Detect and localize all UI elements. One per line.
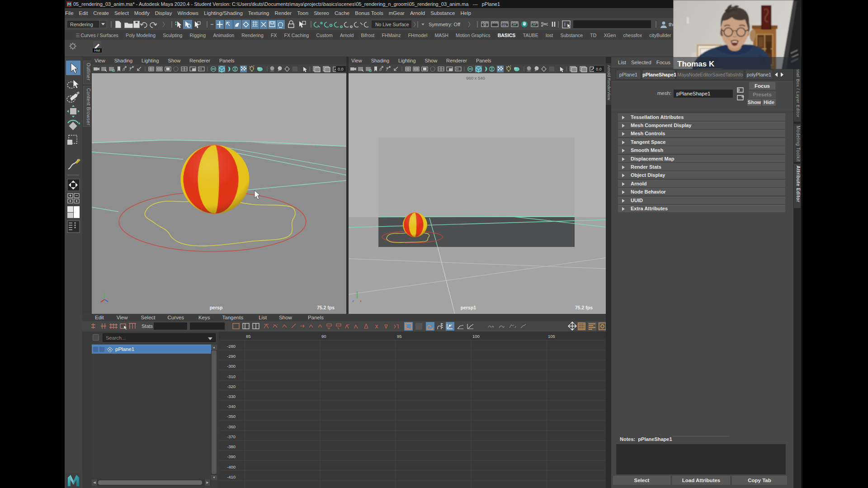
svg-text:90: 90 xyxy=(321,334,326,339)
svg-text:-400: -400 xyxy=(227,464,236,469)
svg-text:95: 95 xyxy=(397,334,402,339)
svg-text:-330: -330 xyxy=(227,394,236,399)
svg-text:100: 100 xyxy=(472,334,480,339)
svg-text:-320: -320 xyxy=(227,384,236,389)
svg-text:Thomas K: Thomas K xyxy=(677,60,715,68)
svg-text:-410: -410 xyxy=(227,474,236,479)
svg-text:Stats: Stats xyxy=(142,323,153,329)
svg-text:x: x xyxy=(360,299,362,303)
svg-text:No Live Surface: No Live Surface xyxy=(375,22,409,27)
svg-text:0.0: 0.0 xyxy=(596,67,602,71)
svg-text:-390: -390 xyxy=(227,454,236,459)
svg-text:Hist: Hist xyxy=(94,48,101,52)
svg-text:-290: -290 xyxy=(227,354,236,359)
svg-text:-380: -380 xyxy=(227,444,236,449)
svg-text:persp: persp xyxy=(210,305,223,310)
svg-text:-370: -370 xyxy=(227,434,236,439)
svg-text:IPR: IPR xyxy=(502,24,506,27)
svg-text:-310: -310 xyxy=(227,374,236,379)
svg-text:persp1: persp1 xyxy=(461,305,476,310)
svg-text:-280: -280 xyxy=(227,344,236,349)
svg-text:75.2 fps: 75.2 fps xyxy=(317,305,335,310)
svg-text:-340: -340 xyxy=(227,404,236,409)
svg-text:-360: -360 xyxy=(227,424,236,429)
svg-text:85: 85 xyxy=(246,334,251,339)
svg-text:960 x 540: 960 x 540 xyxy=(466,76,485,81)
svg-text:I: I xyxy=(564,22,566,27)
svg-text:z: z xyxy=(352,299,354,303)
svg-text:-350: -350 xyxy=(227,414,236,419)
svg-text:-300: -300 xyxy=(227,364,236,369)
svg-text:Symmetry: Off: Symmetry: Off xyxy=(429,22,461,27)
svg-text:0.0: 0.0 xyxy=(338,67,344,71)
svg-text:105: 105 xyxy=(548,334,555,339)
svg-text:Rendering: Rendering xyxy=(70,22,93,27)
svg-text:75.2 fps: 75.2 fps xyxy=(575,305,593,310)
